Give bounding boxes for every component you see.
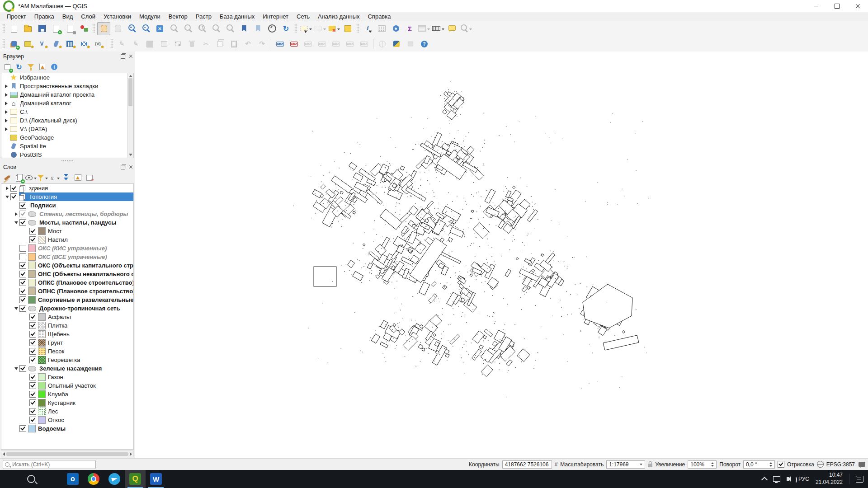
layer-checkbox[interactable] [29,314,36,320]
new-mesh-layer-button[interactable]: * [63,38,76,51]
deselect-features-dropdown-icon[interactable] [337,28,340,32]
style-manager-button[interactable] [77,22,90,35]
menu-help[interactable]: Справка [363,12,395,21]
collapse-all-browser-button[interactable] [37,61,48,72]
layer-checkbox[interactable] [19,253,26,260]
layer-checkbox[interactable] [29,228,36,235]
browser-item[interactable]: GeoPackage [1,133,133,142]
menu-analysis[interactable]: Анализ данных [314,12,364,21]
scrollbar-thumb[interactable] [128,78,132,106]
layer-checkbox[interactable] [29,374,36,380]
layer-checkbox[interactable] [29,408,36,415]
layer-row[interactable]: ОКС (ВСЕ утраченные) [1,253,133,261]
open-layer-styling-panel-button[interactable] [2,172,13,183]
browser-item[interactable]: D:\ (Локальный диск) [1,116,133,125]
browser-float-icon[interactable] [121,54,125,59]
search-taskbar-button[interactable] [21,470,42,488]
layer-row[interactable]: ОНС (Объекты некапитального стро [1,270,133,278]
expand-arrow-icon[interactable] [13,307,19,310]
layer-checkbox[interactable] [29,348,36,355]
layer-checkbox[interactable] [10,185,17,192]
layer-checkbox[interactable] [29,357,36,363]
layer-checkbox[interactable] [19,279,26,286]
show-layout-manager-button[interactable] [63,22,76,35]
locator-search[interactable] [3,460,96,469]
word-taskbar-button[interactable]: W [146,470,166,488]
browser-item[interactable]: Домашний каталог [1,99,133,108]
messages-icon[interactable] [859,462,865,467]
layer-row[interactable]: Мост [1,227,133,235]
hidden-icons-chevron-icon[interactable] [761,477,768,483]
highlight-pinned-labels-button[interactable]: abc [316,38,329,51]
browser-item[interactable]: V:\ (DATA) [1,125,133,133]
extents-toggle-icon[interactable]: # [555,461,558,468]
rotation-spinbox[interactable]: 0,0 ° [743,460,775,469]
select-by-form-dropdown-icon[interactable] [323,28,326,32]
menu-layer[interactable]: Слой [77,12,99,21]
filter-legend-by-expression-button[interactable]: ε [49,172,60,183]
magnification-spinbox[interactable]: 100% [688,460,717,469]
start-taskbar-button[interactable] [0,470,21,488]
menu-mesh[interactable]: Сеть [292,12,314,21]
language-indicator[interactable]: РУС [798,476,809,482]
layer-row[interactable]: Щебень [1,330,133,338]
scale-combo[interactable]: 1:17969 [606,460,645,469]
volume-icon[interactable] [787,477,789,481]
scale-lock-icon[interactable] [648,464,652,467]
open-attribute-table-dropdown-icon[interactable] [427,28,430,32]
expand-arrow-icon[interactable] [3,119,9,122]
layer-row[interactable]: Дорожно-тропиночная сеть [1,304,133,313]
network-icon[interactable] [773,476,780,482]
refresh-browser-button[interactable]: ↻ [14,61,24,72]
menu-vector[interactable]: Вектор [165,12,192,21]
pan-to-selection-button[interactable] [111,22,124,35]
layer-row[interactable]: Топология [1,192,133,201]
pan-map-button[interactable] [97,22,110,35]
layer-row[interactable]: ОПНС (Плановое строительство) [1,287,133,296]
layer-checkbox[interactable] [19,296,26,303]
change-label-properties-button[interactable]: abc [358,38,371,51]
layer-row[interactable]: Асфальт [1,313,133,321]
locator-options-button[interactable] [459,22,472,35]
layer-checkbox[interactable] [19,271,26,277]
expand-arrow-icon[interactable] [3,102,9,105]
browser-item[interactable]: SpatiaLite [1,142,133,150]
expand-arrow-icon[interactable] [4,196,10,198]
redo-button[interactable]: ↷ [255,38,269,51]
manage-map-themes-dropdown-icon[interactable] [34,178,37,181]
file-explorer-taskbar-button[interactable] [42,470,62,488]
browser-scrollbar[interactable] [127,73,133,158]
layer-checkbox[interactable] [19,262,26,269]
crs-icon[interactable] [817,461,824,468]
new-geopackage-layer-button[interactable]: * [21,38,34,51]
layer-row[interactable]: Песок [1,347,133,356]
temporal-controller-button[interactable] [265,22,278,35]
layer-row[interactable]: Газон [1,373,133,381]
map-tips-button[interactable] [445,22,458,35]
select-by-form-button[interactable] [313,22,326,35]
scroll-down-icon[interactable] [129,154,132,156]
layer-row[interactable]: Грунт [1,338,133,347]
layer-row[interactable]: ОКС (КИС утраченные) [1,244,133,253]
layer-checkbox[interactable] [29,339,36,346]
manage-map-themes-button[interactable] [25,172,36,183]
layer-checkbox[interactable] [29,399,36,406]
layer-checkbox[interactable] [19,245,26,252]
map-canvas[interactable] [135,52,868,458]
add-selected-layers-button[interactable]: + [2,61,13,72]
measure-line-dropdown-icon[interactable] [442,28,444,32]
delete-selected-button[interactable] [185,38,198,51]
plugin-tool-button[interactable] [404,38,417,51]
layers-close-icon[interactable] [129,165,133,169]
layer-row[interactable]: Плитка [1,321,133,330]
layer-row[interactable]: здания [1,184,133,192]
undo-button[interactable]: ↶ [241,38,255,51]
layer-checkbox[interactable] [19,202,26,209]
new-spatialite-layer-button[interactable]: * [49,38,62,51]
locator-search-input[interactable] [11,461,94,468]
scroll-left-icon[interactable] [3,452,5,456]
qgis-taskbar-button[interactable]: Q [125,470,146,488]
layer-row[interactable]: Стенки, лестницы, бордюры [1,210,133,218]
layer-row[interactable]: Кустарник [1,399,133,407]
notifications-icon[interactable] [856,476,863,483]
